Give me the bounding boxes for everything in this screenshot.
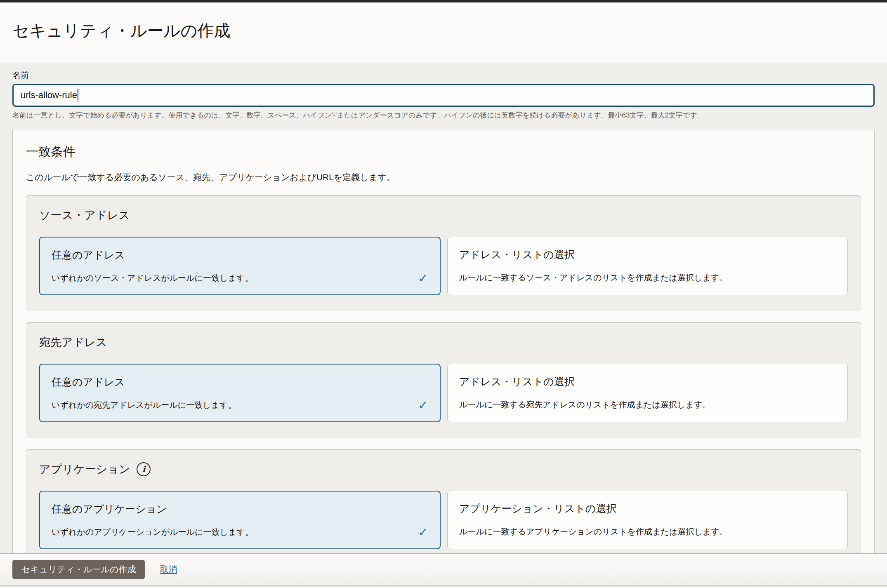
- page-header: セキュリティ・ルールの作成: [0, 2, 887, 63]
- option-card-select-application-list[interactable]: アプリケーション・リストの選択 ルールに一致するアプリケーションのリストを作成ま…: [447, 491, 848, 549]
- check-icon: ✓: [418, 527, 428, 538]
- option-title: アドレス・リストの選択: [459, 248, 836, 261]
- option-title: 任意のアドレス: [52, 248, 428, 262]
- match-conditions-description: このルールで一致する必要のあるソース、宛先、アプリケーションおよびURLを定義し…: [26, 172, 861, 183]
- destination-address-options: 任意のアドレス いずれかの宛先アドレスがルールに一致します。 ✓ アドレス・リス…: [39, 364, 848, 422]
- option-description: ルールに一致する宛先アドレスのリストを作成または選択します。: [459, 399, 710, 410]
- cancel-link[interactable]: 取消: [160, 564, 177, 575]
- text-cursor: [78, 89, 78, 101]
- application-options: 任意のアプリケーション いずれかのアプリケーションがルールに一致します。 ✓ ア…: [39, 491, 848, 549]
- source-address-title-text: ソース・アドレス: [39, 208, 130, 223]
- application-title-text: アプリケーション: [39, 462, 130, 477]
- create-security-rule-button[interactable]: セキュリティ・ルールの作成: [12, 560, 145, 579]
- source-address-options: 任意のアドレス いずれかのソース・アドレスがルールに一致します。 ✓ アドレス・…: [39, 237, 848, 295]
- option-title: 任意のアドレス: [52, 375, 428, 389]
- check-icon: ✓: [418, 273, 428, 284]
- check-icon: ✓: [418, 400, 428, 411]
- section-destination-address: 宛先アドレス 任意のアドレス いずれかの宛先アドレスがルールに一致します。 ✓ …: [26, 322, 861, 438]
- option-description: ルールに一致するアプリケーションのリストを作成または選択します。: [459, 526, 728, 537]
- name-helper-text: 名前は一意とし、文字で始める必要があります。使用できるのは、文字、数字、スペース…: [12, 111, 875, 120]
- info-icon[interactable]: i: [137, 462, 151, 476]
- option-card-any-application[interactable]: 任意のアプリケーション いずれかのアプリケーションがルールに一致します。 ✓: [39, 491, 441, 549]
- option-card-select-source-address-list[interactable]: アドレス・リストの選択 ルールに一致するソース・アドレスのリストを作成または選択…: [447, 237, 848, 295]
- option-title: アドレス・リストの選択: [459, 375, 836, 388]
- match-conditions-title: 一致条件: [26, 143, 861, 160]
- option-title: アプリケーション・リストの選択: [459, 502, 836, 515]
- option-description: ルールに一致するソース・アドレスのリストを作成または選択します。: [459, 272, 727, 283]
- option-description: いずれかの宛先アドレスがルールに一致します。: [52, 400, 236, 411]
- option-title: 任意のアプリケーション: [52, 502, 428, 516]
- option-description: いずれかのアプリケーションがルールに一致します。: [52, 527, 253, 538]
- name-label: 名前: [12, 70, 29, 80]
- page-title: セキュリティ・ルールの作成: [12, 20, 875, 41]
- option-description: いずれかのソース・アドレスがルールに一致します。: [52, 273, 253, 284]
- destination-address-title: 宛先アドレス: [39, 335, 848, 350]
- application-title: アプリケーション i: [39, 462, 848, 477]
- option-card-any-source-address[interactable]: 任意のアドレス いずれかのソース・アドレスがルールに一致します。 ✓: [39, 237, 441, 295]
- action-bar: セキュリティ・ルールの作成 取消: [0, 553, 887, 586]
- name-input[interactable]: urls-allow-rule: [12, 84, 875, 107]
- option-card-any-destination-address[interactable]: 任意のアドレス いずれかの宛先アドレスがルールに一致します。 ✓: [39, 364, 441, 422]
- name-input-value: urls-allow-rule: [21, 90, 77, 101]
- section-application: アプリケーション i 任意のアプリケーション いずれかのアプリケーションがルール…: [26, 449, 861, 565]
- source-address-title: ソース・アドレス: [39, 208, 848, 223]
- match-conditions-panel: 一致条件 このルールで一致する必要のあるソース、宛先、アプリケーションおよびUR…: [12, 130, 875, 579]
- option-card-select-destination-address-list[interactable]: アドレス・リストの選択 ルールに一致する宛先アドレスのリストを作成または選択しま…: [447, 364, 848, 422]
- section-source-address: ソース・アドレス 任意のアドレス いずれかのソース・アドレスがルールに一致します…: [26, 195, 861, 311]
- form-content: 名前 urls-allow-rule 名前は一意とし、文字で始める必要があります…: [0, 63, 887, 579]
- destination-address-title-text: 宛先アドレス: [39, 335, 107, 350]
